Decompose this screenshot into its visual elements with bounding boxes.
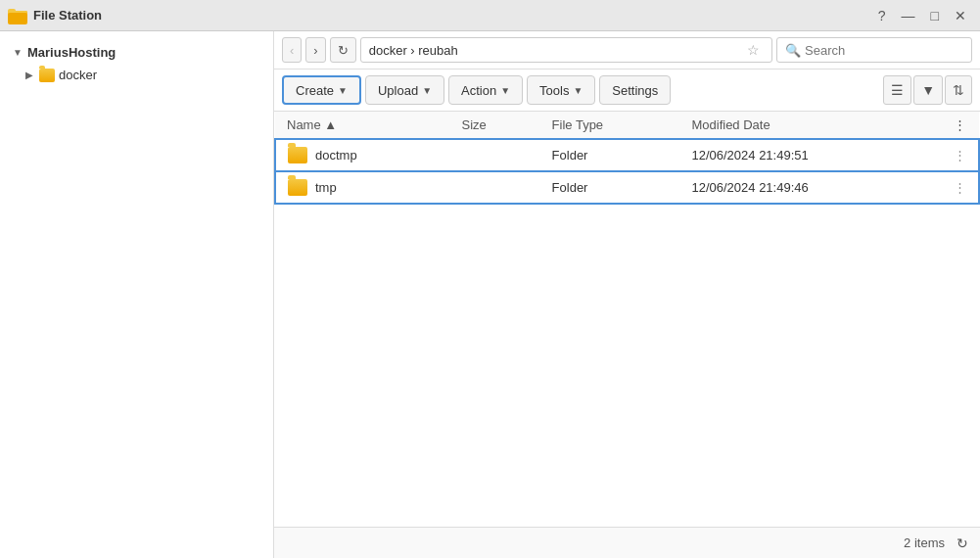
titlebar: File Station ? — □ ✕	[0, 0, 980, 31]
create-label: Create	[296, 83, 334, 98]
cell-filetype: Folder	[540, 171, 680, 204]
settings-label: Settings	[612, 83, 658, 98]
cell-filetype: Folder	[540, 139, 680, 171]
list-view-button[interactable]: ☰	[883, 75, 911, 105]
tools-caret-icon: ▼	[573, 85, 583, 96]
file-table: Name ▲ Size File Type Modified Date ⋮ do…	[274, 112, 980, 204]
sidebar: ▼ MariusHosting ▶ docker	[0, 31, 274, 558]
upload-button[interactable]: Upload ▼	[365, 75, 444, 105]
create-caret-icon: ▼	[338, 85, 348, 96]
content-area: ‹ › ↻ docker › reubah ☆ 🔍 Create ▼ Uploa…	[274, 31, 980, 558]
forward-button[interactable]: ›	[305, 37, 325, 63]
folder-icon	[39, 69, 55, 82]
minimize-button[interactable]: —	[896, 6, 921, 25]
titlebar-controls: ? — □ ✕	[872, 6, 972, 25]
sidebar-host-label: MariusHosting	[27, 45, 116, 60]
table-row[interactable]: doctmp Folder 12/06/2024 21:49:51 ⋮	[275, 139, 979, 171]
folder-icon	[288, 147, 307, 163]
search-input[interactable]	[805, 43, 963, 58]
cell-name: doctmp	[275, 139, 450, 171]
sidebar-item-mariushosting[interactable]: ▼ MariusHosting	[0, 41, 273, 64]
sidebar-docker-label: docker	[59, 68, 97, 82]
search-box[interactable]: 🔍	[776, 37, 972, 63]
app-title: File Station	[33, 8, 102, 23]
status-refresh-button[interactable]: ↻	[953, 534, 972, 553]
cell-more[interactable]: ⋮	[942, 139, 979, 171]
col-modified[interactable]: Modified Date	[679, 112, 942, 139]
file-list-area: Name ▲ Size File Type Modified Date ⋮ do…	[274, 112, 980, 527]
close-button[interactable]: ✕	[949, 6, 972, 25]
chevron-right-icon: ▶	[23, 70, 35, 80]
titlebar-left: File Station	[8, 6, 102, 25]
help-button[interactable]: ?	[872, 6, 892, 25]
file-list-body: doctmp Folder 12/06/2024 21:49:51 ⋮ tmp …	[275, 139, 979, 204]
path-text: docker › reubah	[369, 43, 458, 58]
main-layout: ▼ MariusHosting ▶ docker ‹ › ↻ docker › …	[0, 31, 980, 558]
settings-button[interactable]: Settings	[599, 75, 671, 105]
nav-bar: ‹ › ↻ docker › reubah ☆ 🔍	[274, 31, 980, 70]
col-more[interactable]: ⋮	[942, 112, 979, 139]
col-name[interactable]: Name ▲	[275, 112, 450, 139]
refresh-nav-button[interactable]: ↻	[330, 37, 356, 63]
toolbar: Create ▼ Upload ▼ Action ▼ Tools ▼ Setti…	[274, 70, 980, 112]
chevron-down-icon: ▼	[12, 47, 23, 58]
tools-button[interactable]: Tools ▼	[527, 75, 595, 105]
file-name-label: doctmp	[315, 148, 357, 163]
file-name-label: tmp	[315, 180, 337, 195]
cell-size	[450, 171, 540, 204]
cell-more[interactable]: ⋮	[942, 171, 979, 204]
back-button[interactable]: ‹	[282, 37, 302, 63]
tools-label: Tools	[539, 83, 569, 98]
sidebar-item-docker[interactable]: ▶ docker	[0, 64, 273, 86]
cell-size	[450, 139, 540, 171]
favorite-button[interactable]: ☆	[743, 42, 764, 58]
maximize-button[interactable]: □	[925, 6, 945, 25]
cell-modified: 12/06/2024 21:49:51	[679, 139, 942, 171]
col-filetype[interactable]: File Type	[540, 112, 680, 139]
status-bar: 2 items ↻	[274, 527, 980, 558]
upload-label: Upload	[378, 83, 418, 98]
upload-caret-icon: ▼	[422, 85, 432, 96]
sidebar-group-mariushosting: ▼ MariusHosting ▶ docker	[0, 39, 273, 88]
action-button[interactable]: Action ▼	[448, 75, 523, 105]
view-buttons: ☰ ▼ ⇅	[883, 75, 972, 105]
create-button[interactable]: Create ▼	[282, 75, 361, 105]
action-caret-icon: ▼	[500, 85, 510, 96]
col-size[interactable]: Size	[450, 112, 540, 139]
path-bar: docker › reubah ☆	[360, 37, 772, 63]
folder-icon	[288, 179, 307, 196]
view-options-button[interactable]: ▼	[913, 75, 943, 105]
sort-button[interactable]: ⇅	[945, 75, 972, 105]
cell-modified: 12/06/2024 21:49:46	[679, 171, 942, 204]
table-row[interactable]: tmp Folder 12/06/2024 21:49:46 ⋮	[275, 171, 979, 204]
svg-rect-3	[8, 13, 27, 23]
cell-name: tmp	[275, 171, 450, 204]
app-icon	[8, 6, 27, 25]
table-header: Name ▲ Size File Type Modified Date ⋮	[275, 112, 979, 139]
search-icon: 🔍	[785, 43, 801, 58]
action-label: Action	[461, 83, 496, 98]
items-count: 2 items	[904, 535, 945, 550]
